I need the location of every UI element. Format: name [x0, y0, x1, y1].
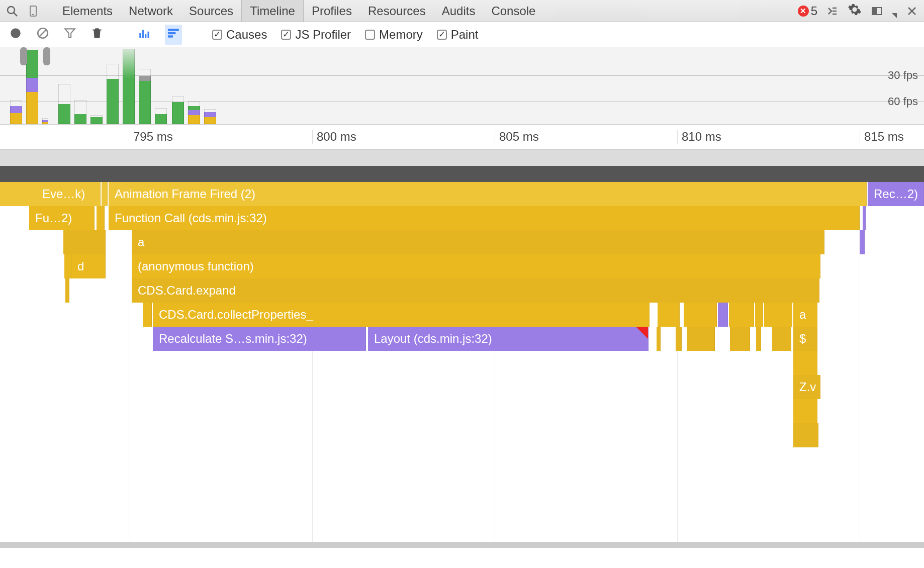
checkbox-box: [365, 30, 375, 40]
svg-point-0: [8, 7, 15, 14]
checkbox-paint[interactable]: ✓Paint: [437, 28, 479, 42]
checkbox-box: ✓: [437, 30, 447, 40]
error-icon: ✕: [798, 6, 809, 17]
svg-rect-22: [168, 35, 173, 37]
tab-profiles[interactable]: Profiles: [304, 0, 360, 22]
flame-entry[interactable]: a: [132, 230, 824, 254]
flame-entry[interactable]: [793, 423, 818, 447]
console-prompt-icon[interactable]: [826, 5, 839, 17]
svg-rect-20: [168, 29, 179, 31]
flame-entry[interactable]: [657, 327, 661, 351]
flame-entry[interactable]: Animation Frame Fired (2): [109, 182, 867, 206]
flame-entry[interactable]: [730, 327, 750, 351]
tab-timeline[interactable]: Timeline: [241, 0, 304, 22]
flame-entry[interactable]: (anonymous function): [132, 254, 820, 278]
tab-audits[interactable]: Audits: [434, 0, 484, 22]
ruler-tick: 805 ms: [495, 130, 539, 144]
network-band: [0, 166, 924, 182]
flame-entry[interactable]: d: [71, 254, 106, 278]
flame-entry[interactable]: Rec…2): [868, 182, 924, 206]
svg-point-12: [11, 28, 21, 38]
view-flame-icon[interactable]: [165, 25, 182, 45]
flame-entry[interactable]: Z.v: [793, 375, 820, 399]
summary-band: [0, 150, 924, 166]
checkbox-label: JS Profiler: [295, 28, 351, 42]
flame-entry[interactable]: [684, 303, 717, 327]
bottom-bar: [0, 542, 924, 548]
error-badge[interactable]: ✕ 5: [798, 4, 817, 18]
flame-entry[interactable]: [755, 303, 763, 327]
tab-sources[interactable]: Sources: [181, 0, 241, 22]
checkbox-label: Memory: [379, 28, 423, 42]
flame-entry[interactable]: Layout (cds.min.js:32): [368, 327, 649, 351]
ruler-tick: 795 ms: [129, 130, 173, 144]
record-button[interactable]: [9, 27, 22, 43]
svg-rect-19: [148, 31, 149, 38]
flame-entry[interactable]: [63, 230, 106, 254]
filter-icon[interactable]: [63, 27, 76, 43]
fps-60-label: 60 fps: [888, 95, 918, 108]
flame-entry[interactable]: CDS.Card.collectProperties_: [153, 303, 650, 327]
close-icon[interactable]: [906, 5, 918, 17]
svg-line-14: [39, 29, 46, 37]
flame-entry[interactable]: [658, 303, 680, 327]
garbage-collect-icon[interactable]: [90, 27, 104, 43]
flame-entry[interactable]: Function Call (cds.min.js:32): [109, 206, 860, 230]
clear-icon[interactable]: [36, 27, 49, 43]
flame-entry[interactable]: [97, 206, 105, 230]
svg-rect-16: [139, 33, 141, 38]
fps-30-label: 30 fps: [888, 69, 918, 82]
flame-entry[interactable]: [729, 303, 754, 327]
devtools-tabs: ElementsNetworkSourcesTimelineProfilesRe…: [54, 0, 543, 22]
svg-rect-18: [145, 34, 146, 38]
tab-console[interactable]: Console: [483, 0, 543, 22]
checkbox-box: ✓: [212, 30, 222, 40]
flame-entry[interactable]: [756, 327, 761, 351]
settings-gear-icon[interactable]: [848, 3, 862, 20]
flame-entry[interactable]: a: [793, 303, 817, 327]
flame-entry[interactable]: [860, 230, 865, 254]
timeline-overview[interactable]: 30 fps 60 fps: [0, 47, 924, 125]
flame-entry[interactable]: [793, 399, 817, 423]
checkbox-memory[interactable]: Memory: [365, 28, 423, 42]
flame-entry[interactable]: [143, 303, 152, 327]
flame-entry[interactable]: [772, 327, 791, 351]
search-icon[interactable]: [6, 5, 18, 17]
brush-handle-right[interactable]: [43, 47, 50, 65]
dock-chevron-icon[interactable]: [892, 7, 897, 21]
device-mode-icon[interactable]: [27, 5, 39, 17]
tab-resources[interactable]: Resources: [360, 0, 434, 22]
checkbox-box: ✓: [281, 30, 291, 40]
svg-line-1: [14, 13, 17, 16]
tab-network[interactable]: Network: [121, 0, 181, 22]
flame-entry[interactable]: [718, 303, 728, 327]
flame-entry[interactable]: Fu…2): [29, 206, 95, 230]
flame-entry[interactable]: [764, 303, 792, 327]
checkbox-js-profiler[interactable]: ✓JS Profiler: [281, 28, 351, 42]
tab-elements[interactable]: Elements: [54, 0, 121, 22]
brush-handle-left[interactable]: [20, 47, 27, 65]
svg-marker-9: [892, 13, 897, 18]
dock-side-icon[interactable]: [871, 5, 883, 17]
flame-entry[interactable]: [676, 327, 682, 351]
flame-entry[interactable]: Recalculate S…s.min.js:32): [153, 327, 366, 351]
flame-entry[interactable]: [793, 351, 817, 375]
flame-entry[interactable]: CDS.Card.expand: [132, 278, 819, 303]
flame-entry[interactable]: [0, 182, 36, 206]
checkbox-causes[interactable]: ✓Causes: [212, 28, 267, 42]
flame-entry[interactable]: [863, 206, 866, 230]
flame-entry[interactable]: [64, 254, 71, 278]
flame-entry[interactable]: [687, 327, 715, 351]
flame-entry[interactable]: $: [793, 327, 817, 351]
svg-rect-17: [142, 30, 144, 38]
timeline-toolbar: ✓Causes✓JS ProfilerMemory✓Paint: [0, 22, 924, 47]
flame-entry[interactable]: [102, 182, 108, 206]
devtools-tabstrip: ElementsNetworkSourcesTimelineProfilesRe…: [0, 0, 924, 22]
tabstrip-left-icons: [6, 5, 39, 17]
flame-entry[interactable]: Eve…k): [36, 182, 101, 206]
flame-entry[interactable]: [65, 278, 69, 303]
flame-chart[interactable]: Eve…k)Animation Frame Fired (2)Rec…2)Fu……: [0, 150, 924, 548]
tabstrip-right-icons: ✕ 5: [798, 3, 918, 20]
ruler-tick: 800 ms: [312, 130, 356, 144]
view-bars-icon[interactable]: [138, 27, 151, 43]
